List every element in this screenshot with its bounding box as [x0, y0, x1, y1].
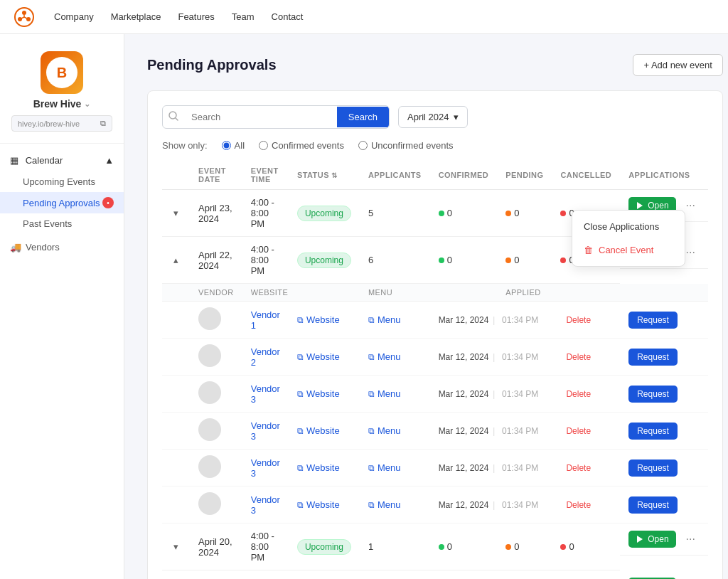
filter-confirmed-radio[interactable] [259, 141, 268, 150]
website-link[interactable]: Website [306, 351, 340, 362]
sidebar-calendar-header[interactable]: ▦ Calendar ▲ [0, 149, 124, 171]
vendor-row: Vendor 1 ⧉Website ⧉Menu Mar 12, 2024 | 0… [162, 302, 708, 339]
vendor-menu-cell: ⧉Menu [360, 339, 430, 376]
th-expand [162, 161, 190, 190]
copy-url-icon[interactable]: ⧉ [100, 119, 106, 128]
th-event-time: EVENT TIME [242, 161, 289, 190]
vendor-menu-cell: ⧉Menu [360, 376, 430, 413]
menu-link[interactable]: Menu [378, 425, 401, 436]
search-wrap: Search [162, 105, 390, 129]
nav-contact[interactable]: Contact [272, 11, 304, 22]
request-vendor-button[interactable]: Request [628, 386, 678, 403]
context-cancel-event[interactable]: 🗑 Cancel Event [572, 238, 685, 262]
sidebar-item-upcoming-events[interactable]: Upcoming Events [0, 171, 124, 192]
menu-link[interactable]: Menu [378, 314, 401, 325]
event-status: Upcoming [289, 190, 360, 237]
applied-time: 01:34 PM [502, 426, 538, 436]
context-close-applications[interactable]: Close Applications [572, 215, 685, 238]
vendor-name-link[interactable]: Vendor 3 [251, 494, 280, 516]
website-link[interactable]: Website [306, 425, 340, 436]
sidebar-item-vendors[interactable]: 🚚 Vendors [0, 237, 124, 257]
request-vendor-button[interactable]: Request [628, 496, 678, 514]
search-button[interactable]: Search [337, 107, 389, 127]
request-vendor-button[interactable]: Request [628, 312, 678, 329]
top-nav: Company Marketplace Features Team Contac… [0, 0, 728, 34]
website-link[interactable]: Website [306, 462, 340, 473]
sidebar: B Brew Hive ⌄ hivey.io/brew-hive ⧉ ▦ Cal… [0, 34, 124, 579]
event-applicants: 0 [360, 570, 430, 580]
th-status: STATUS ⇅ [289, 161, 360, 190]
vendor-name-link[interactable]: Vendor 1 [251, 309, 280, 331]
nav-company[interactable]: Company [54, 11, 94, 22]
pending-badge: • [102, 197, 114, 208]
event-confirmed: 0 [430, 524, 498, 570]
filter-all[interactable]: All [222, 140, 245, 151]
website-link[interactable]: Website [306, 499, 340, 510]
vendor-applied-cell: Mar 12, 2024 | 01:34 PM [430, 302, 552, 339]
vendor-website-cell: ⧉Website [289, 487, 360, 524]
delete-vendor-button[interactable]: Delete [560, 386, 596, 403]
expand-row-button[interactable]: ▾ [171, 540, 181, 553]
menu-link[interactable]: Menu [378, 351, 401, 362]
applied-date: Mar 12, 2024 [439, 426, 489, 436]
add-new-event-button[interactable]: + Add new event [633, 54, 723, 76]
filter-confirmed[interactable]: Confirmed events [259, 140, 344, 151]
delete-vendor-button[interactable]: Delete [560, 349, 596, 366]
brand-chevron-icon[interactable]: ⌄ [84, 100, 90, 109]
vendor-name-link[interactable]: Vendor 3 [251, 420, 280, 442]
th-applications: APPLICATIONS [620, 161, 708, 190]
filter-unconfirmed-radio[interactable] [358, 141, 368, 150]
delete-vendor-button[interactable]: Delete [560, 423, 596, 440]
delete-vendor-button[interactable]: Delete [560, 496, 596, 514]
vendors-icon: 🚚 [10, 242, 21, 253]
filter-all-radio[interactable] [222, 141, 231, 150]
expand-row-button[interactable]: ▾ [171, 206, 181, 220]
table-row: ▾ April 20, 2024 4:00 - 8:00 PM Upcoming… [162, 524, 708, 570]
request-vendor-button[interactable]: Request [628, 460, 678, 477]
website-link[interactable]: Website [306, 388, 340, 399]
vendor-name-link[interactable]: Vendor 2 [251, 346, 280, 368]
vendor-name-link[interactable]: Vendor 3 [251, 383, 280, 405]
sidebar-section-calendar: ▦ Calendar ▲ Upcoming Events Pending App… [0, 149, 124, 234]
vendor-col-label: VENDOR [190, 284, 242, 302]
url-bar: hivey.io/brew-hive ⧉ [11, 115, 112, 132]
vendor-avatar-cell [190, 450, 242, 487]
vendor-avatar [198, 455, 221, 478]
nav-team[interactable]: Team [232, 11, 255, 22]
vendor-menu-cell: ⧉Menu [360, 302, 430, 339]
menu-link[interactable]: Menu [378, 388, 401, 399]
expand-row-button[interactable]: ▴ [171, 253, 181, 267]
menu-icon: ⧉ [368, 389, 375, 399]
event-cancelled: 0 [552, 570, 620, 580]
sidebar-item-pending-approvals[interactable]: Pending Approvals • [0, 192, 124, 213]
filter-unconfirmed[interactable]: Unconfirmed events [358, 140, 454, 151]
th-confirmed: CONFIRMED [430, 161, 498, 190]
vendor-name-link[interactable]: Vendor 3 [251, 457, 280, 479]
vendor-name-cell: Vendor 3 [242, 376, 289, 413]
open-applications-button[interactable]: Open [628, 531, 675, 548]
website-link[interactable]: Website [306, 314, 340, 325]
month-select[interactable]: April 2024 ▾ [398, 106, 468, 128]
request-vendor-button[interactable]: Request [628, 349, 678, 366]
request-vendor-button[interactable]: Request [628, 423, 678, 440]
delete-vendor-button[interactable]: Delete [560, 460, 596, 477]
menu-link[interactable]: Menu [378, 499, 401, 510]
applied-col-label: APPLIED [497, 284, 708, 302]
search-input[interactable] [184, 107, 337, 127]
more-options-button[interactable]: ··· [682, 531, 700, 547]
brand-logo-inner: B [46, 57, 77, 88]
menu-link[interactable]: Menu [378, 462, 401, 473]
delete-vendor-button[interactable]: Delete [560, 312, 596, 329]
filter-all-label: All [235, 140, 245, 151]
vendor-website-cell: ⧉Website [289, 450, 360, 487]
event-confirmed: 0 [430, 570, 498, 580]
nav-marketplace[interactable]: Marketplace [111, 11, 161, 22]
search-icon [163, 106, 184, 128]
vendor-header-row: VENDOR WEBSITE MENU APPLIED [162, 284, 708, 302]
vendor-row: Vendor 3 ⧉Website ⧉Menu Mar 12, 2024 | 0… [162, 487, 708, 524]
vendor-website-cell: ⧉Website [289, 302, 360, 339]
applied-date: Mar 12, 2024 [439, 389, 489, 399]
nav-features[interactable]: Features [178, 11, 214, 22]
sidebar-item-past-events[interactable]: Past Events [0, 213, 124, 234]
more-options-button[interactable]: ··· [682, 198, 700, 213]
